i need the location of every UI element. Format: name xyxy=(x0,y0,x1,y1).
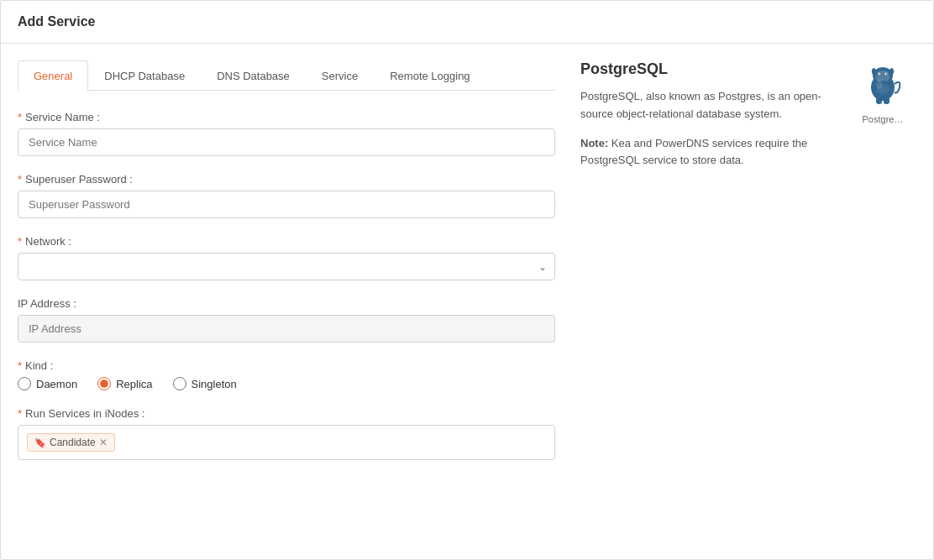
tab-general[interactable]: General xyxy=(18,60,88,91)
tab-dns-database[interactable]: DNS Database xyxy=(201,60,306,91)
kind-radio-group: Daemon Replica Singleton xyxy=(18,377,555,390)
run-services-label: *Run Services in iNodes : xyxy=(18,407,555,420)
required-star: * xyxy=(18,111,22,123)
postgresql-logo xyxy=(858,60,908,111)
tab-service[interactable]: Service xyxy=(306,60,374,91)
kind-label: *Kind : xyxy=(18,359,555,372)
run-services-tag-input[interactable]: 🔖 Candidate ✕ xyxy=(18,425,555,460)
svg-point-5 xyxy=(879,74,880,75)
superuser-password-input[interactable] xyxy=(18,191,555,218)
tag-icon: 🔖 xyxy=(34,437,46,448)
postgresql-logo-svg xyxy=(859,62,906,109)
superuser-password-group: *Superuser Password : xyxy=(18,173,555,218)
svg-rect-11 xyxy=(884,97,889,104)
info-note-bold: Note: xyxy=(580,137,608,149)
radio-daemon-label: Daemon xyxy=(36,378,77,390)
service-name-label: *Service Name : xyxy=(18,111,555,123)
info-note: Note: Kea and PowerDNS services require … xyxy=(580,135,824,170)
radio-daemon[interactable]: Daemon xyxy=(18,377,77,390)
svg-point-6 xyxy=(886,74,887,75)
logo-label: Postgre… xyxy=(863,114,904,124)
tab-dhcp-database[interactable]: DHCP Database xyxy=(88,60,201,91)
required-star-5: * xyxy=(18,407,22,420)
candidate-tag: 🔖 Candidate ✕ xyxy=(27,433,115,452)
network-select-wrapper: ⌄ xyxy=(18,253,555,280)
network-group: *Network : ⌄ xyxy=(18,235,555,280)
svg-point-12 xyxy=(876,84,889,94)
radio-singleton-label: Singleton xyxy=(192,378,237,390)
run-services-group: *Run Services in iNodes : 🔖 Candidate ✕ xyxy=(18,407,555,460)
radio-replica-input[interactable] xyxy=(97,377,111,390)
network-select[interactable] xyxy=(18,253,555,280)
page-title: Add Service xyxy=(18,14,916,29)
logo-area: Postgre… xyxy=(849,60,916,477)
radio-daemon-input[interactable] xyxy=(18,377,31,390)
ip-address-input[interactable] xyxy=(18,315,555,343)
tabs-bar: General DHCP Database DNS Database Servi… xyxy=(18,60,555,91)
svg-rect-10 xyxy=(876,97,882,104)
superuser-password-label: *Superuser Password : xyxy=(18,173,555,186)
required-star-4: * xyxy=(18,359,22,372)
info-description: PostgreSQL, also known as Postgres, is a… xyxy=(580,88,824,123)
service-name-group: *Service Name : xyxy=(18,111,555,156)
radio-replica[interactable]: Replica xyxy=(97,377,152,390)
required-star-3: * xyxy=(18,235,22,248)
radio-singleton[interactable]: Singleton xyxy=(173,377,237,390)
tag-close-button[interactable]: ✕ xyxy=(99,437,108,447)
ip-address-group: IP Address : xyxy=(18,297,555,343)
info-panel: PostgreSQL PostgreSQL, also known as Pos… xyxy=(572,60,832,477)
form-section: General DHCP Database DNS Database Servi… xyxy=(18,60,555,477)
required-star-2: * xyxy=(18,173,22,186)
network-label: *Network : xyxy=(18,235,555,248)
info-title: PostgreSQL xyxy=(580,60,824,78)
radio-replica-label: Replica xyxy=(116,378,152,390)
ip-address-label: IP Address : xyxy=(18,297,555,310)
info-note-text: Kea and PowerDNS services require the Po… xyxy=(580,137,807,167)
service-name-input[interactable] xyxy=(18,128,555,156)
kind-group: *Kind : Daemon Replica Singleton xyxy=(18,359,555,390)
radio-singleton-input[interactable] xyxy=(173,377,186,390)
tag-label: Candidate xyxy=(50,437,96,448)
tab-remote-logging[interactable]: Remote Logging xyxy=(374,60,485,91)
